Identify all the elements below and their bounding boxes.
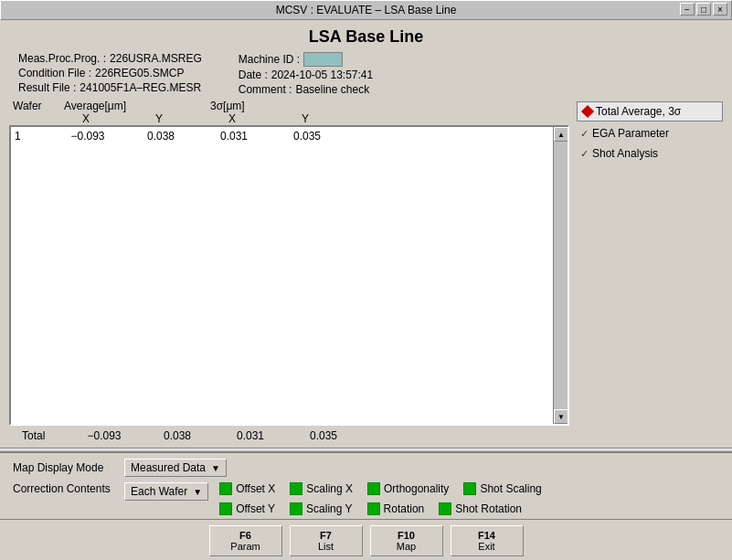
checkbox-row-1: Offset X Scaling X Orthogonality Shot Sc…: [219, 482, 542, 495]
checkbox-icon: [463, 482, 476, 495]
machine-id-label: Machine ID :: [239, 53, 300, 66]
correction-value: Each Wafer: [131, 485, 187, 498]
checkbox-label: Shot Scaling: [480, 482, 541, 495]
date-label: Date :: [239, 69, 268, 81]
cell-sig-x: 0.031: [197, 129, 271, 143]
correction-dropdown-wrapper: Each Wafer ▼: [124, 482, 208, 501]
condition-file-label: Condition File :: [18, 67, 91, 79]
meas-proc-label: Meas.Proc.Prog. :: [18, 52, 106, 65]
checkbox-row-2: Offset Y Scaling Y Rotation Shot Rotatio…: [219, 502, 542, 515]
checkbox-icon: [290, 502, 302, 515]
ega-check-icon: ✓: [580, 128, 589, 140]
checkbox-label: Shot Rotation: [455, 502, 522, 515]
map-display-value: Measured Data: [131, 461, 206, 474]
total-avg-y: 0.038: [141, 429, 214, 442]
result-file-label: Result File :: [18, 81, 76, 94]
fkey-key: F10: [371, 530, 442, 541]
checkbox-shot-rotation[interactable]: Shot Rotation: [439, 502, 522, 515]
fkey-key: F14: [451, 530, 523, 541]
page-title: LSA Base Line: [0, 20, 732, 52]
right-panel: Total Average, 3σ ✓ EGA Parameter ✓ Shot…: [577, 100, 723, 446]
fkey-f10-button[interactable]: F10Map: [370, 525, 443, 556]
total-row: Total −0.093 0.038 0.031 0.035: [9, 426, 569, 446]
checkbox-icon: [219, 482, 232, 495]
checkbox-label: Offset X: [236, 482, 275, 495]
data-table: 1 −0.093 0.038 0.031 0.035 ▲ ▼: [9, 125, 569, 426]
minimize-button[interactable]: −: [680, 3, 695, 16]
checkbox-offset-x[interactable]: Offset X: [219, 482, 275, 495]
fkey-key: F7: [291, 530, 362, 541]
fkey-desc: Exit: [451, 541, 523, 552]
checkbox-icon: [367, 482, 380, 495]
total-average-btn[interactable]: Total Average, 3σ: [577, 101, 723, 122]
comment-label: Comment :: [239, 83, 292, 96]
comment-value: Baseline check: [295, 83, 369, 96]
total-average-label: Total Average, 3σ: [596, 105, 681, 118]
correction-label: Correction Contents: [13, 482, 113, 495]
table-body: 1 −0.093 0.038 0.031 0.035: [11, 127, 568, 145]
info-left-panel: Meas.Proc.Prog. : 226USRA.MSREG Conditio…: [18, 52, 202, 96]
sig-y-header: Y: [269, 112, 342, 125]
checkbox-label: Scaling Y: [306, 502, 352, 515]
fkey-desc: List: [291, 541, 362, 552]
checkbox-label: Orthogonality: [384, 482, 449, 495]
cell-wafer: 1: [15, 129, 51, 143]
wafer-col-header: Wafer: [13, 100, 49, 112]
correction-checkboxes: Offset X Scaling X Orthogonality Shot Sc…: [219, 482, 542, 515]
wafer-sub-header: [13, 112, 49, 125]
avg-y-header: Y: [122, 112, 196, 125]
checkbox-shot-scaling[interactable]: Shot Scaling: [463, 482, 541, 495]
fkey-f14-button[interactable]: F14Exit: [451, 525, 524, 556]
result-file-value: 241005F1A–REG.MESR: [80, 81, 201, 94]
diamond-icon: [581, 105, 594, 118]
info-right-panel: Machine ID : Date : 2024-10-05 13:57:41 …: [239, 52, 373, 96]
machine-id-value: [303, 52, 342, 67]
correction-dropdown[interactable]: Each Wafer ▼: [124, 482, 208, 501]
fkey-key: F6: [210, 530, 281, 541]
condition-file-value: 226REG05.SMCP: [95, 67, 184, 79]
bottom-section: Map Display Mode Measured Data ▼ Correct…: [0, 451, 732, 519]
checkbox-icon: [219, 502, 232, 515]
map-display-row: Map Display Mode Measured Data ▼: [13, 459, 719, 477]
ega-parameter-label: EGA Parameter: [592, 127, 669, 140]
scrollbar-up-btn[interactable]: ▲: [554, 127, 568, 142]
fkey-f6-button[interactable]: F6Param: [209, 525, 282, 556]
function-keys-bar: F6ParamF7ListF10MapF14Exit: [0, 519, 732, 560]
fkey-f7-button[interactable]: F7List: [290, 525, 363, 556]
cell-avg-x: −0.093: [51, 129, 124, 143]
checkbox-label: Rotation: [384, 502, 425, 515]
map-display-dropdown[interactable]: Measured Data ▼: [124, 459, 227, 477]
checkbox-label: Scaling X: [306, 482, 353, 495]
fkey-desc: Param: [210, 541, 281, 552]
scrollbar[interactable]: ▲ ▼: [553, 127, 568, 424]
fkey-desc: Map: [371, 541, 442, 552]
table-headers: Wafer Average[μm] 3σ[μm] X Y X Y: [9, 100, 569, 125]
shot-analysis-label: Shot Analysis: [592, 147, 658, 160]
scrollbar-down-btn[interactable]: ▼: [554, 409, 568, 424]
checkbox-rotation[interactable]: Rotation: [367, 502, 425, 515]
maximize-button[interactable]: □: [696, 3, 711, 16]
shot-check-icon: ✓: [580, 148, 589, 160]
checkbox-label: Offset Y: [236, 502, 275, 515]
checkbox-scaling-y[interactable]: Scaling Y: [290, 502, 352, 515]
cell-avg-y: 0.038: [124, 129, 197, 143]
close-button[interactable]: ×: [713, 3, 727, 16]
section-divider: [0, 448, 732, 449]
dropdown-arrow-icon: ▼: [211, 463, 220, 473]
table-row: 1 −0.093 0.038 0.031 0.035: [15, 129, 564, 143]
checkbox-icon: [290, 482, 302, 495]
average-col-header: Average[μm]: [49, 100, 196, 112]
sig-x-header: X: [196, 112, 269, 125]
ega-parameter-btn[interactable]: ✓ EGA Parameter: [577, 125, 723, 142]
checkbox-offset-y[interactable]: Offset Y: [219, 502, 275, 515]
total-avg-x: −0.093: [68, 429, 141, 442]
checkbox-scaling-x[interactable]: Scaling X: [290, 482, 353, 495]
shot-analysis-btn[interactable]: ✓ Shot Analysis: [577, 145, 723, 162]
sigma-col-header: 3σ[μm]: [196, 100, 342, 112]
meas-proc-value: 226USRA.MSREG: [110, 52, 202, 65]
date-value: 2024-10-05 13:57:41: [271, 69, 373, 81]
map-display-label: Map Display Mode: [13, 461, 113, 474]
checkbox-orthogonality[interactable]: Orthogonality: [367, 482, 449, 495]
checkbox-icon: [367, 502, 380, 515]
title-bar: MCSV : EVALUATE – LSA Base Line − □ ×: [0, 0, 732, 20]
